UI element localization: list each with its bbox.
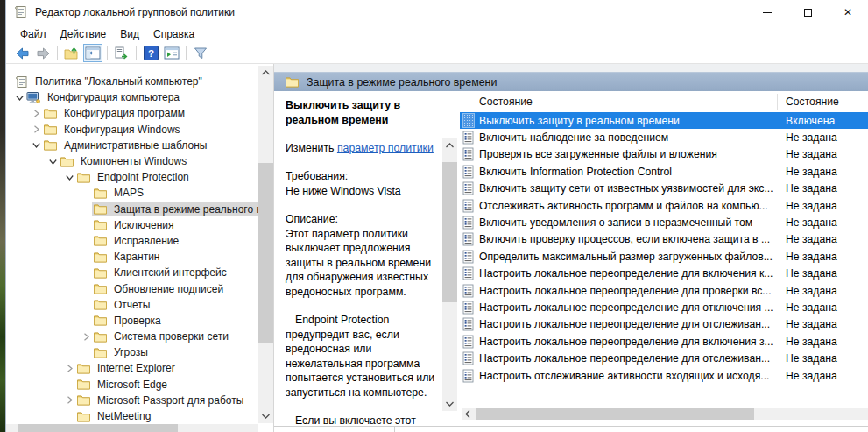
- scroll-up-icon[interactable]: [258, 66, 273, 80]
- close-button[interactable]: ✕: [828, 0, 868, 25]
- chevron-empty-slot: [80, 219, 92, 231]
- setting-row[interactable]: Настроить локальное переопределение для …: [460, 266, 868, 282]
- tree-item[interactable]: Конфигурация компьютера: [6, 89, 258, 105]
- tree-item-label: Система проверки сети: [111, 329, 231, 343]
- tree-item[interactable]: Исправление: [6, 233, 258, 249]
- tree-item[interactable]: Угрозы: [6, 344, 258, 360]
- tree-item[interactable]: Microsoft Edge: [6, 377, 258, 393]
- list-hscroll-thumb[interactable]: [476, 408, 754, 420]
- setting-name: Настроить локальное переопределение для …: [479, 336, 773, 348]
- scroll-down-icon[interactable]: [442, 397, 457, 411]
- setting-row[interactable]: Настроить локальное переопределение для …: [460, 282, 868, 299]
- menu-справка[interactable]: Справка: [146, 26, 201, 42]
- view-tabs-cutoff[interactable]: [274, 426, 868, 432]
- setting-doc-icon: [462, 266, 474, 280]
- tree-item[interactable]: Карантин: [6, 249, 258, 265]
- setting-row[interactable]: Включить защиту сети от известных уязвим…: [460, 181, 868, 197]
- toolbar-separator: [186, 46, 187, 60]
- setting-row[interactable]: Настроить локальное переопределение для …: [460, 350, 868, 366]
- folder-icon: [76, 171, 90, 184]
- maximize-button[interactable]: [787, 0, 828, 25]
- tree-item[interactable]: Microsoft Passport для работы: [6, 393, 258, 408]
- filter-icon[interactable]: [191, 44, 210, 62]
- column-divider[interactable]: [777, 94, 778, 110]
- console-tree-icon[interactable]: [83, 44, 102, 62]
- console-tree-panel: Политика "Локальный компьютер"Конфигурац…: [6, 64, 274, 432]
- tree-item[interactable]: NetMeeting: [6, 408, 258, 424]
- chevron-right-icon[interactable]: [30, 124, 42, 136]
- setting-row[interactable]: Настроить локальное переопределение для …: [460, 333, 868, 350]
- tree-item[interactable]: Обновление подписей: [6, 280, 258, 296]
- folder-icon: [43, 123, 57, 136]
- tree-item[interactable]: Проверка: [6, 313, 258, 329]
- chevron-right-icon[interactable]: [30, 107, 42, 119]
- tree-item[interactable]: Клиентский интерфейс: [6, 265, 258, 280]
- settings-list: Выключить защиту в реальном времениВключ…: [460, 112, 868, 384]
- tree-item[interactable]: Отчеты: [6, 297, 258, 313]
- scroll-down-icon[interactable]: [258, 409, 273, 423]
- chevron-right-icon[interactable]: [63, 362, 75, 374]
- description-vertical-scrollbar[interactable]: [442, 138, 457, 411]
- forward-icon[interactable]: [33, 44, 53, 62]
- list-horizontal-scrollbar[interactable]: [462, 408, 868, 420]
- chevron-down-icon[interactable]: [63, 171, 75, 183]
- column-header-state[interactable]: Состояние: [786, 96, 839, 108]
- edit-policy-setting-link[interactable]: параметр политики: [337, 142, 434, 154]
- setting-row[interactable]: Включить Information Protection ControlН…: [460, 163, 868, 180]
- setting-row[interactable]: Включить проверку процессов, если включе…: [460, 231, 868, 248]
- tree-vertical-scrollbar[interactable]: [258, 66, 273, 423]
- window-controls: ✕: [747, 0, 868, 25]
- setting-row[interactable]: Выключить защиту в реальном времениВключ…: [460, 112, 868, 129]
- setting-row[interactable]: Настроить отслеживание активности входящ…: [460, 367, 868, 384]
- tree-horizontal-scrollbar[interactable]: [6, 424, 258, 432]
- tree-item[interactable]: Компоненты Windows: [6, 153, 258, 169]
- export-list-icon[interactable]: [112, 44, 131, 62]
- menu-файл[interactable]: Файл: [13, 26, 53, 42]
- scroll-left-icon[interactable]: [462, 408, 474, 420]
- toolbar: ?: [6, 43, 868, 64]
- tree-item[interactable]: Политика "Локальный компьютер": [6, 74, 258, 89]
- description-scroll-thumb[interactable]: [442, 162, 457, 302]
- setting-row[interactable]: Определить максимальный размер загруженн…: [460, 248, 868, 265]
- chevron-right-icon[interactable]: [63, 394, 75, 407]
- tree-item[interactable]: Конфигурация программ: [6, 105, 258, 121]
- setting-row[interactable]: Настроить локальное переопределение для …: [460, 316, 868, 333]
- setting-doc-icon: [462, 131, 474, 145]
- setting-row[interactable]: Проверять все загруженные файлы и вложен…: [460, 146, 868, 163]
- tree-item[interactable]: Защита в режиме реального вр: [6, 202, 258, 217]
- folder-icon: [93, 218, 107, 231]
- show-window-icon[interactable]: [162, 44, 181, 62]
- folder-icon: [76, 362, 90, 375]
- minimize-button[interactable]: [747, 0, 787, 25]
- tree-item[interactable]: Исключения: [6, 217, 258, 233]
- setting-row[interactable]: Отслеживать активность программ и файлов…: [460, 197, 868, 214]
- tree-item[interactable]: Система проверки сети: [6, 329, 258, 344]
- setting-row[interactable]: Настроить локальное переопределение для …: [460, 299, 868, 315]
- scroll-up-icon[interactable]: [442, 138, 457, 152]
- menu-действие[interactable]: Действие: [53, 26, 114, 42]
- chevron-down-icon[interactable]: [30, 139, 42, 152]
- tree-item[interactable]: Endpoint Protection: [6, 169, 258, 185]
- tree-hscroll-thumb[interactable]: [18, 424, 178, 432]
- tree-item[interactable]: Internet Explorer: [6, 360, 258, 376]
- menu-вид[interactable]: Вид: [113, 26, 146, 42]
- setting-state: Не задана: [786, 148, 837, 160]
- folder-icon: [93, 346, 107, 359]
- tree-scroll-thumb[interactable]: [258, 163, 273, 343]
- tree-item[interactable]: MAPS: [6, 185, 258, 201]
- setting-row[interactable]: Включить уведомления о записи в неразмеч…: [460, 214, 868, 230]
- chevron-right-icon[interactable]: [80, 330, 92, 343]
- chevron-down-icon[interactable]: [13, 91, 25, 103]
- tree-item[interactable]: Конфигурация Windows: [6, 122, 258, 138]
- pane-top-strip: [274, 64, 868, 72]
- back-icon[interactable]: [12, 44, 32, 62]
- chevron-down-icon[interactable]: [46, 155, 59, 167]
- setting-state: Не задана: [786, 267, 837, 280]
- tree-item[interactable]: Административные шаблоны: [6, 138, 258, 153]
- folder-icon: [93, 251, 107, 264]
- help-icon[interactable]: ?: [141, 44, 160, 62]
- setting-doc-icon: [462, 351, 474, 365]
- setting-row[interactable]: Включить наблюдение за поведениемНе зада…: [460, 129, 868, 145]
- column-header-setting[interactable]: Состояние: [460, 96, 533, 108]
- up-folder-icon[interactable]: [62, 44, 81, 62]
